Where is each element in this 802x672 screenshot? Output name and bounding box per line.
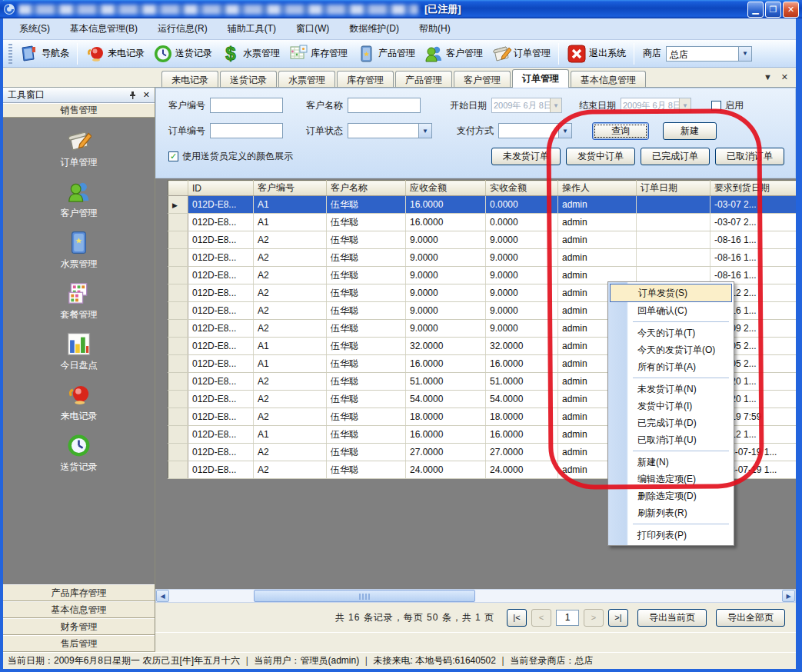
col-id[interactable]: ID xyxy=(188,181,254,196)
filter-cancelled-button[interactable]: 已取消订单 xyxy=(715,148,784,165)
tab-order-management[interactable]: 订单管理 xyxy=(512,69,569,88)
row-selector-cell[interactable] xyxy=(168,214,188,231)
row-selector-cell[interactable] xyxy=(168,196,188,214)
first-page-button[interactable]: |< xyxy=(507,609,527,627)
menu-item-edit-selected[interactable]: 编辑选定项(E) xyxy=(610,471,732,487)
menu-data-maintenance[interactable]: 数据维护(D) xyxy=(339,19,409,38)
col-receivable[interactable]: 应收金额 xyxy=(406,181,486,196)
tab-close-icon[interactable]: ✕ xyxy=(781,72,788,82)
chevron-down-icon[interactable]: ▼ xyxy=(738,47,751,61)
col-operator[interactable]: 操作人 xyxy=(558,181,637,196)
scroll-left-arrow-icon[interactable]: ◀ xyxy=(156,590,169,602)
filter-completed-button[interactable]: 已完成订单 xyxy=(641,148,710,165)
sidebar-item-daily-check[interactable]: 今日盘点 xyxy=(61,331,98,372)
maximize-button[interactable]: ❐ xyxy=(765,2,781,18)
tab-product[interactable]: 产品管理 xyxy=(395,71,452,87)
tab-dropdown-icon[interactable]: ▼ xyxy=(764,72,772,82)
order-no-input[interactable] xyxy=(210,123,283,138)
menu-item-shipping[interactable]: 发货中订单(I) xyxy=(610,398,732,414)
menu-item-refresh-list[interactable]: 刷新列表(R) xyxy=(610,504,732,521)
row-selector-cell[interactable] xyxy=(168,320,188,338)
horizontal-scrollbar[interactable]: ◀ ▶ xyxy=(155,589,796,603)
row-selector-cell[interactable] xyxy=(168,302,188,320)
payment-select[interactable]: ▼ xyxy=(498,123,572,138)
filter-unshipped-button[interactable]: 未发货订单 xyxy=(491,148,561,165)
tab-inventory[interactable]: 库存管理 xyxy=(337,71,394,87)
col-received[interactable]: 实收金额 xyxy=(486,181,558,196)
next-page-button[interactable]: > xyxy=(584,609,604,627)
close-button[interactable]: ✕ xyxy=(783,2,799,18)
sidebar-group-product-inventory[interactable]: 产品库存管理 xyxy=(3,584,155,601)
sidebar-item-package[interactable]: 套餐管理 xyxy=(61,281,98,321)
menu-item-all-orders[interactable]: 所有的订单(A) xyxy=(610,358,732,375)
row-selector-cell[interactable] xyxy=(168,249,188,267)
tab-customer[interactable]: 客户管理 xyxy=(454,71,511,87)
menu-item-ship-order[interactable]: 订单发货(S) xyxy=(610,284,732,302)
order-status-select[interactable]: ▼ xyxy=(348,123,432,138)
sidebar-item-call-records[interactable]: 来电记录 xyxy=(61,382,98,423)
toolbar-exit[interactable]: 退出系统 xyxy=(563,42,630,65)
row-selector-cell[interactable] xyxy=(168,426,188,444)
menu-window[interactable]: 窗口(W) xyxy=(286,19,339,38)
toolbar-water-ticket[interactable]: $ 水票管理 xyxy=(217,42,284,65)
menu-item-today-shipped[interactable]: 今天的发货订单(O) xyxy=(610,341,732,358)
menu-run-info[interactable]: 运行信息(R) xyxy=(148,19,218,38)
scroll-right-arrow-icon[interactable]: ▶ xyxy=(782,590,795,602)
sidebar-item-order[interactable]: 订单管理 xyxy=(61,128,98,169)
sidebar-section-sales[interactable]: 销售管理 xyxy=(3,103,155,118)
tab-delivery-records[interactable]: 送货记录 xyxy=(220,71,277,87)
last-page-button[interactable]: >| xyxy=(608,609,628,627)
row-selector-cell[interactable] xyxy=(168,267,188,284)
scrollbar-track[interactable] xyxy=(169,590,782,602)
prev-page-button[interactable]: < xyxy=(531,609,551,627)
delivery-color-checkbox[interactable]: ✓ xyxy=(168,151,178,161)
tab-basic-info[interactable]: 基本信息管理 xyxy=(571,71,646,87)
toolbar-delivery-records[interactable]: 送货记录 xyxy=(149,42,216,65)
row-selector-cell[interactable] xyxy=(168,391,188,408)
row-selector-cell[interactable] xyxy=(168,461,188,479)
toolbar-product[interactable]: 产品管理 xyxy=(352,42,419,65)
row-selector-cell[interactable] xyxy=(168,444,188,461)
enable-checkbox[interactable] xyxy=(711,101,721,111)
menu-item-delete-selected[interactable]: 删除选定项(D) xyxy=(610,487,732,504)
query-button[interactable]: 查询 xyxy=(592,122,649,140)
table-row[interactable]: 012D-E8... A1 伍华聪 16.0000 0.0000 admin -… xyxy=(168,196,797,214)
end-date-picker[interactable]: 2009年 6月 8日 ▼ xyxy=(621,98,691,113)
tool-window-close-icon[interactable]: ✕ xyxy=(143,90,150,100)
new-button[interactable]: 新建 xyxy=(663,122,717,140)
menu-item-new[interactable]: 新建(N) xyxy=(610,454,732,471)
col-customer-name[interactable]: 客户名称 xyxy=(327,181,406,196)
row-selector-cell[interactable] xyxy=(168,408,188,426)
menu-item-print-list[interactable]: 打印列表(P) xyxy=(610,527,732,544)
customer-name-input[interactable] xyxy=(348,98,421,113)
menu-basic-info[interactable]: 基本信息管理(B) xyxy=(60,19,148,38)
menu-item-today-orders[interactable]: 今天的订单(T) xyxy=(610,324,732,341)
export-all-pages-button[interactable]: 导出全部页 xyxy=(716,609,785,627)
toolbar-inventory[interactable]: 库存管理 xyxy=(285,42,351,65)
col-order-date[interactable]: 订单日期 xyxy=(637,181,710,196)
tab-water-ticket[interactable]: 水票管理 xyxy=(278,71,335,87)
start-date-picker[interactable]: 2009年 6月 8日 ▼ xyxy=(491,98,562,113)
export-current-page-button[interactable]: 导出当前页 xyxy=(637,609,707,627)
sidebar-group-basic-info[interactable]: 基本信息管理 xyxy=(3,601,155,618)
col-required-date[interactable]: 要求到货日期 xyxy=(710,181,797,196)
menu-item-unshipped[interactable]: 未发货订单(N) xyxy=(610,381,732,398)
table-row[interactable]: 012D-E8... A2 伍华聪 9.0000 9.0000 admin -0… xyxy=(168,231,797,249)
tab-call-records[interactable]: 来电记录 xyxy=(161,71,218,87)
toolbar-customer[interactable]: 客户管理 xyxy=(420,42,487,65)
row-selector-cell[interactable] xyxy=(168,338,188,355)
menu-item-completed[interactable]: 已完成订单(D) xyxy=(610,414,732,431)
page-number-input[interactable] xyxy=(556,610,579,626)
table-row[interactable]: 012D-E8... A2 伍华聪 9.0000 9.0000 admin -0… xyxy=(168,249,797,267)
customer-no-input[interactable] xyxy=(210,98,283,113)
toolbar-order[interactable]: 订单管理 xyxy=(488,42,554,65)
sidebar-item-customer[interactable]: 客户管理 xyxy=(61,179,98,220)
table-row[interactable]: 012D-E8... A1 伍华聪 16.0000 0.0000 admin -… xyxy=(168,214,797,231)
row-selector-cell[interactable] xyxy=(168,284,188,302)
toolbar-call-records[interactable]: 来电记录 xyxy=(82,42,148,65)
menu-item-cancelled[interactable]: 已取消订单(U) xyxy=(610,431,732,448)
row-selector-cell[interactable] xyxy=(168,373,188,391)
row-selector-cell[interactable] xyxy=(168,355,188,373)
row-selector-cell[interactable] xyxy=(168,231,188,249)
sidebar-item-delivery-records[interactable]: 送货记录 xyxy=(61,433,98,474)
